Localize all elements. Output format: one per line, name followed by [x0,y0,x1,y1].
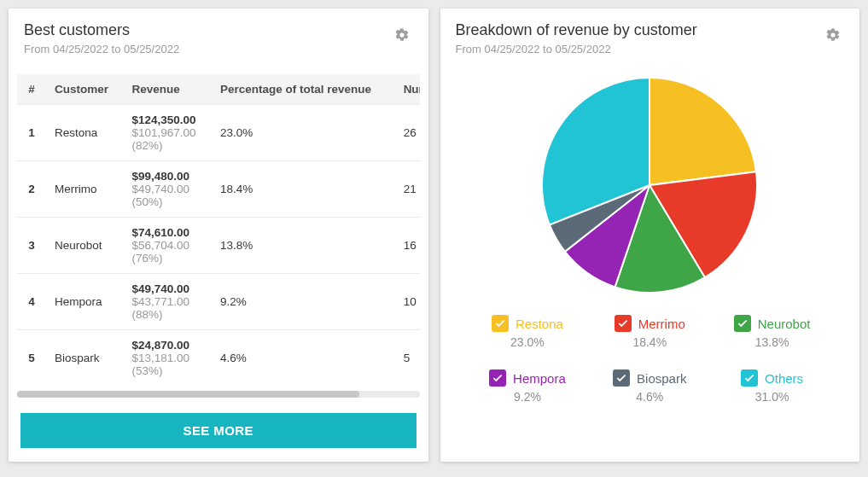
card-header: Best customers From 04/25/2022 to 05/25/… [9,9,428,62]
table-row[interactable]: 1Restona$124,350.00$101,967.00(82%)23.0%… [17,105,420,161]
cell-pct: 23.0% [212,105,395,161]
cell-customer: Merrimo [46,161,123,218]
table-row[interactable]: 2Merrimo$99,480.00$49,740.00(50%)18.4%21 [17,161,420,218]
cell-customer: Hempora [46,274,123,330]
table-row[interactable]: 4Hempora$49,740.00$43,771.00(88%)9.2%10 [17,274,420,330]
pie-area: Restona23.0%Merrimo18.4%Neurobot13.8%Hem… [440,62,860,419]
table-scroll[interactable]: # Customer Revenue Percentage of total r… [17,74,420,386]
card-title: Breakdown of revenue by customer [456,20,697,40]
best-customers-card: Best customers From 04/25/2022 to 05/25/… [9,9,428,462]
table-row[interactable]: 3Neurobot$74,610.00$56,704.00(76%)13.8%1… [17,218,420,274]
revenue-pct: (88%) [131,308,203,321]
cell-revenue: $99,480.00$49,740.00(50%) [123,161,212,218]
settings-button[interactable] [391,24,413,46]
cell-pct: 18.4% [212,161,395,218]
revenue-main: $49,740.00 [131,282,203,295]
cell-customer: Restona [46,105,123,161]
cell-orders: 10 [395,274,420,330]
cell-pct: 13.8% [212,218,395,274]
cell-revenue: $49,740.00$43,771.00(88%) [123,274,212,330]
legend-label: Hempora [513,371,566,386]
legend-item[interactable]: Neurobot13.8% [724,315,820,349]
legend-checkbox[interactable] [741,369,758,387]
check-icon [494,317,506,329]
cell-pct: 4.6% [212,330,395,387]
cell-rank: 5 [17,330,46,387]
cell-rank: 3 [17,218,46,274]
revenue-main: $74,610.00 [131,226,203,239]
revenue-main: $99,480.00 [131,170,203,183]
legend-label: Neurobot [758,317,811,331]
gear-icon [394,27,410,43]
legend-item[interactable]: Others31.0% [724,369,820,404]
cell-orders: 16 [395,218,420,274]
settings-button[interactable] [822,24,844,46]
legend-checkbox[interactable] [492,315,509,332]
legend-checkbox[interactable] [734,315,751,332]
legend-percentage: 4.6% [636,390,663,404]
col-revenue[interactable]: Revenue [123,74,212,105]
col-orders[interactable]: Number [395,74,420,105]
table-row[interactable]: 5Biospark$24,870.00$13,181.00(53%)4.6%5 [17,330,420,387]
check-icon [492,372,504,384]
legend-checkbox[interactable] [615,315,632,332]
chart-legend: Restona23.0%Merrimo18.4%Neurobot13.8%Hem… [479,315,820,404]
gear-icon [825,27,841,43]
legend-item[interactable]: Hempora9.2% [479,369,575,404]
revenue-breakdown-card: Breakdown of revenue by customer From 04… [440,9,860,462]
legend-item[interactable]: Restona23.0% [479,315,575,349]
card-date-range: From 04/25/2022 to 05/25/2022 [456,43,697,55]
col-pct[interactable]: Percentage of total revenue [212,74,395,105]
cell-orders: 26 [395,105,420,161]
legend-checkbox[interactable] [489,369,506,387]
revenue-sub: $101,967.00 [131,126,203,139]
pie-chart [539,74,760,296]
check-icon [617,317,629,329]
legend-percentage: 23.0% [510,335,545,349]
cell-orders: 5 [395,330,420,387]
check-icon [743,372,755,384]
revenue-pct: (76%) [131,252,203,265]
revenue-sub: $13,181.00 [131,352,203,364]
revenue-sub: $49,740.00 [131,183,203,195]
pie-slice[interactable] [650,78,756,185]
revenue-pct: (82%) [131,139,203,152]
legend-percentage: 31.0% [755,390,789,404]
legend-percentage: 9.2% [514,390,541,404]
cell-revenue: $24,870.00$13,181.00(53%) [123,330,212,387]
check-icon [737,317,749,329]
legend-item[interactable]: Merrimo18.4% [602,315,698,349]
cell-revenue: $124,350.00$101,967.00(82%) [123,105,212,161]
cell-customer: Biospark [46,330,123,387]
revenue-main: $24,870.00 [131,339,203,352]
horizontal-scrollbar[interactable] [17,391,420,398]
revenue-sub: $43,771.00 [131,295,203,308]
legend-label: Restona [516,317,563,331]
table-head: # Customer Revenue Percentage of total r… [17,74,420,105]
cell-customer: Neurobot [46,218,123,274]
cell-orders: 21 [395,161,420,218]
legend-label: Merrimo [638,317,685,331]
legend-item[interactable]: Biospark4.6% [602,369,698,404]
scrollbar-thumb[interactable] [17,391,359,398]
see-more-button[interactable]: SEE MORE [20,413,417,448]
card-header: Breakdown of revenue by customer From 04… [440,9,860,62]
col-customer[interactable]: Customer [46,74,123,105]
legend-label: Biospark [637,371,686,386]
legend-label: Others [765,371,803,386]
legend-checkbox[interactable] [613,369,630,387]
cell-rank: 2 [17,161,46,218]
col-rank[interactable]: # [17,74,46,105]
cell-rank: 4 [17,274,46,330]
legend-percentage: 13.8% [755,335,789,349]
cell-revenue: $74,610.00$56,704.00(76%) [123,218,212,274]
cell-pct: 9.2% [212,274,395,330]
cell-rank: 1 [17,105,46,161]
revenue-pct: (53%) [131,364,203,377]
customers-table: # Customer Revenue Percentage of total r… [17,74,420,386]
legend-percentage: 18.4% [632,335,667,349]
card-date-range: From 04/25/2022 to 05/25/2022 [24,43,179,55]
revenue-pct: (50%) [131,195,203,208]
revenue-sub: $56,704.00 [131,239,203,252]
revenue-main: $124,350.00 [131,113,203,126]
